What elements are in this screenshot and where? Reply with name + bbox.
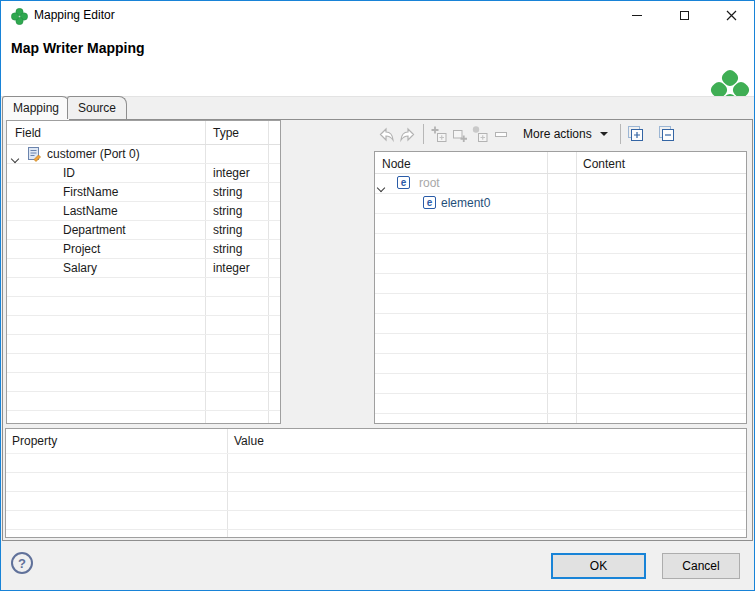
remove-element-button[interactable]	[493, 123, 509, 145]
empty-row	[375, 274, 746, 294]
empty-row	[375, 214, 746, 234]
empty-row	[375, 374, 746, 394]
mapping-toolbar: More actions	[377, 121, 677, 147]
close-button[interactable]	[708, 1, 754, 29]
add-wildcard-element-button[interactable]	[472, 123, 489, 145]
value-column-header: Value	[234, 434, 264, 448]
dropdown-caret-icon	[600, 132, 608, 136]
empty-row	[7, 297, 280, 316]
cancel-button-label: Cancel	[682, 559, 719, 573]
close-icon	[726, 10, 737, 21]
empty-row	[7, 411, 280, 424]
add-wildcard-icon	[472, 126, 489, 143]
empty-row	[6, 473, 746, 492]
ok-button-label: OK	[590, 559, 607, 573]
cancel-button[interactable]: Cancel	[662, 553, 740, 579]
empty-row	[6, 511, 746, 530]
arrow-right-icon	[399, 126, 417, 143]
field-column-header: Field	[15, 126, 41, 140]
empty-row	[7, 278, 280, 297]
field-name: LastName	[63, 204, 118, 218]
collapse-all-button[interactable]	[658, 123, 677, 145]
empty-row	[375, 294, 746, 314]
empty-row	[6, 492, 746, 511]
tab-mapping[interactable]: Mapping	[2, 96, 70, 120]
field-name: Salary	[63, 261, 97, 275]
map-arrow-left-button[interactable]	[377, 123, 395, 145]
field-row[interactable]: LastName string	[7, 202, 280, 221]
toolbar-separator	[620, 124, 621, 144]
tab-source-label: Source	[78, 101, 116, 115]
field-type: string	[213, 185, 242, 199]
node-table-header: Node Content	[375, 152, 746, 174]
add-child-element-icon	[430, 126, 447, 143]
more-actions-button[interactable]: More actions	[517, 127, 614, 141]
field-row[interactable]: Project string	[7, 240, 280, 259]
field-row[interactable]: ID integer	[7, 164, 280, 183]
field-name: ID	[63, 166, 75, 180]
record-icon	[26, 146, 42, 163]
dialog-header: Map Writer Mapping	[1, 30, 754, 96]
minimize-button[interactable]	[614, 1, 660, 29]
property-table-header: Property Value	[6, 429, 746, 454]
map-arrow-right-button[interactable]	[399, 123, 417, 145]
title-bar: Mapping Editor	[1, 1, 754, 30]
node-root-row[interactable]: e root	[375, 174, 746, 194]
property-table: Property Value	[5, 428, 747, 538]
empty-row	[7, 392, 280, 411]
node-table: Node Content e root e element0	[374, 151, 747, 424]
field-name: Project	[63, 242, 100, 256]
node-child-row[interactable]: e element0	[375, 194, 746, 214]
add-child-element-button[interactable]	[430, 123, 447, 145]
property-column-header: Property	[12, 434, 57, 448]
empty-row	[7, 316, 280, 335]
maximize-button[interactable]	[661, 1, 707, 29]
field-type: string	[213, 204, 242, 218]
field-type: string	[213, 242, 242, 256]
field-row[interactable]: Department string	[7, 221, 280, 240]
node-child-label: element0	[441, 196, 490, 210]
window-title: Mapping Editor	[34, 1, 115, 30]
mapping-editor-window: Mapping Editor Map Writer Mapping Mappin…	[0, 0, 755, 591]
arrow-left-icon	[377, 126, 395, 143]
element-icon: e	[397, 176, 410, 189]
field-table-header: Field Type	[7, 121, 280, 145]
type-column-header: Type	[213, 126, 239, 140]
clover-window-icon	[11, 8, 28, 25]
maximize-icon	[680, 11, 689, 20]
collapse-all-icon	[658, 125, 677, 143]
empty-row	[6, 454, 746, 473]
add-element-icon	[451, 126, 468, 143]
element-icon: e	[423, 196, 436, 209]
empty-row	[7, 335, 280, 354]
tab-source[interactable]: Source	[67, 96, 127, 119]
page-title: Map Writer Mapping	[11, 40, 145, 56]
empty-row	[375, 314, 746, 334]
more-actions-label: More actions	[523, 127, 592, 141]
expand-all-icon	[627, 125, 646, 143]
field-row[interactable]: Salary integer	[7, 259, 280, 278]
ok-button[interactable]: OK	[551, 553, 646, 579]
field-row[interactable]: FirstName string	[7, 183, 280, 202]
add-element-button[interactable]	[451, 123, 468, 145]
field-name: FirstName	[63, 185, 118, 199]
chevron-down-icon[interactable]	[378, 180, 384, 194]
empty-row	[375, 414, 746, 424]
help-button[interactable]: ?	[11, 552, 33, 574]
record-root-row[interactable]: customer (Port 0)	[7, 145, 280, 164]
help-icon: ?	[18, 556, 26, 571]
field-type: integer	[213, 166, 250, 180]
empty-row	[7, 354, 280, 373]
expand-all-button[interactable]	[627, 123, 646, 145]
empty-row	[6, 530, 746, 538]
chevron-down-icon[interactable]	[12, 151, 18, 165]
node-root-label: root	[419, 176, 440, 190]
content-column-header: Content	[583, 157, 625, 171]
empty-row	[375, 254, 746, 274]
record-root-label: customer (Port 0)	[47, 147, 140, 161]
field-type: string	[213, 223, 242, 237]
field-table: Field Type customer (Port 0) ID integer …	[6, 120, 281, 424]
empty-row	[7, 373, 280, 392]
field-name: Department	[63, 223, 126, 237]
field-type: integer	[213, 261, 250, 275]
